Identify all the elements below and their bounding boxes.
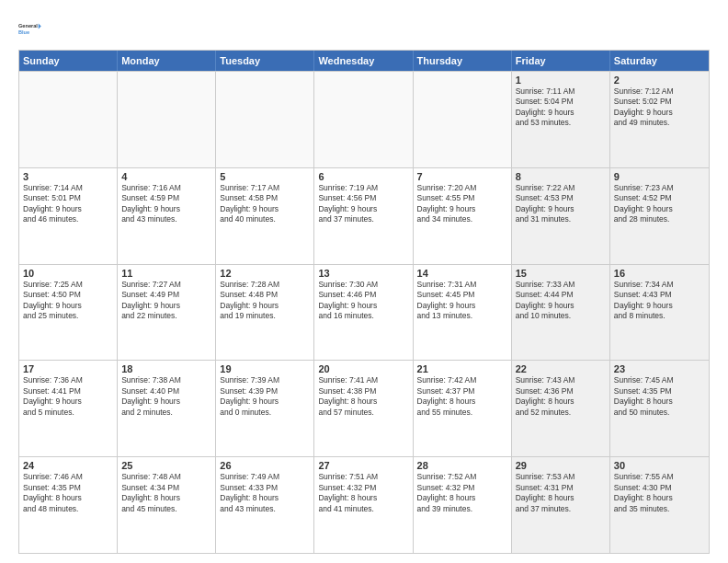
day-info: Sunrise: 7:48 AMSunset: 4:34 PMDaylight:… — [121, 472, 211, 514]
table-row: 10Sunrise: 7:25 AMSunset: 4:50 PMDayligh… — [19, 265, 118, 361]
table-row — [414, 72, 512, 167]
table-row: 8Sunrise: 7:22 AMSunset: 4:53 PMDaylight… — [512, 168, 610, 264]
day-number: 20 — [318, 363, 408, 374]
day-number: 15 — [516, 268, 606, 279]
day-info: Sunrise: 7:53 AMSunset: 4:31 PMDaylight:… — [516, 472, 606, 514]
header: GeneralBlue — [18, 15, 710, 42]
day-header-monday: Monday — [118, 51, 216, 71]
day-info: Sunrise: 7:22 AMSunset: 4:53 PMDaylight:… — [516, 183, 606, 225]
day-number: 30 — [614, 460, 705, 471]
table-row — [314, 72, 413, 167]
table-row: 9Sunrise: 7:23 AMSunset: 4:52 PMDaylight… — [610, 168, 709, 264]
table-row: 21Sunrise: 7:42 AMSunset: 4:37 PMDayligh… — [414, 361, 512, 456]
day-info: Sunrise: 7:43 AMSunset: 4:36 PMDaylight:… — [516, 375, 606, 418]
day-number: 7 — [417, 171, 507, 182]
day-number: 28 — [417, 460, 507, 471]
table-row — [118, 72, 216, 167]
table-row: 11Sunrise: 7:27 AMSunset: 4:49 PMDayligh… — [118, 265, 216, 361]
table-row: 27Sunrise: 7:51 AMSunset: 4:32 PMDayligh… — [314, 457, 413, 553]
day-number: 8 — [516, 171, 606, 182]
calendar-row-1: 3Sunrise: 7:14 AMSunset: 5:01 PMDaylight… — [19, 167, 709, 264]
table-row: 29Sunrise: 7:53 AMSunset: 4:31 PMDayligh… — [512, 457, 610, 553]
day-number: 26 — [220, 460, 310, 471]
day-number: 10 — [23, 268, 113, 279]
table-row: 22Sunrise: 7:43 AMSunset: 4:36 PMDayligh… — [512, 361, 610, 456]
day-info: Sunrise: 7:25 AMSunset: 4:50 PMDaylight:… — [23, 280, 113, 322]
table-row: 5Sunrise: 7:17 AMSunset: 4:58 PMDaylight… — [216, 168, 314, 264]
day-number: 18 — [121, 363, 211, 374]
table-row: 2Sunrise: 7:12 AMSunset: 5:02 PMDaylight… — [610, 72, 709, 167]
day-info: Sunrise: 7:55 AMSunset: 4:30 PMDaylight:… — [614, 472, 705, 514]
calendar-body: 1Sunrise: 7:11 AMSunset: 5:04 PMDaylight… — [19, 71, 709, 553]
table-row — [19, 72, 118, 167]
day-info: Sunrise: 7:27 AMSunset: 4:49 PMDaylight:… — [121, 280, 211, 322]
calendar-row-2: 10Sunrise: 7:25 AMSunset: 4:50 PMDayligh… — [19, 264, 709, 361]
day-number: 1 — [516, 75, 606, 86]
day-info: Sunrise: 7:34 AMSunset: 4:43 PMDaylight:… — [614, 280, 705, 322]
day-number: 17 — [23, 363, 113, 374]
table-row: 30Sunrise: 7:55 AMSunset: 4:30 PMDayligh… — [610, 457, 709, 553]
logo: GeneralBlue — [18, 15, 46, 42]
calendar-row-3: 17Sunrise: 7:36 AMSunset: 4:41 PMDayligh… — [19, 360, 709, 456]
calendar-row-0: 1Sunrise: 7:11 AMSunset: 5:04 PMDaylight… — [19, 71, 709, 167]
table-row: 18Sunrise: 7:38 AMSunset: 4:40 PMDayligh… — [118, 361, 216, 456]
page: GeneralBlue SundayMondayTuesdayWednesday… — [0, 0, 728, 563]
day-header-wednesday: Wednesday — [314, 51, 413, 71]
calendar: SundayMondayTuesdayWednesdayThursdayFrid… — [18, 50, 710, 554]
svg-text:General: General — [18, 23, 38, 29]
day-info: Sunrise: 7:23 AMSunset: 4:52 PMDaylight:… — [614, 183, 705, 225]
logo-icon: GeneralBlue — [18, 15, 46, 42]
calendar-header: SundayMondayTuesdayWednesdayThursdayFrid… — [19, 51, 709, 71]
table-row: 15Sunrise: 7:33 AMSunset: 4:44 PMDayligh… — [512, 265, 610, 361]
svg-marker-1 — [39, 23, 41, 29]
table-row: 23Sunrise: 7:45 AMSunset: 4:35 PMDayligh… — [610, 361, 709, 456]
day-info: Sunrise: 7:41 AMSunset: 4:38 PMDaylight:… — [318, 375, 408, 418]
day-info: Sunrise: 7:33 AMSunset: 4:44 PMDaylight:… — [516, 280, 606, 322]
day-number: 3 — [23, 171, 113, 182]
table-row: 4Sunrise: 7:16 AMSunset: 4:59 PMDaylight… — [118, 168, 216, 264]
day-info: Sunrise: 7:31 AMSunset: 4:45 PMDaylight:… — [417, 280, 507, 322]
day-info: Sunrise: 7:30 AMSunset: 4:46 PMDaylight:… — [318, 280, 408, 322]
table-row: 25Sunrise: 7:48 AMSunset: 4:34 PMDayligh… — [118, 457, 216, 553]
day-info: Sunrise: 7:17 AMSunset: 4:58 PMDaylight:… — [220, 183, 310, 225]
day-info: Sunrise: 7:45 AMSunset: 4:35 PMDaylight:… — [614, 375, 705, 418]
day-info: Sunrise: 7:42 AMSunset: 4:37 PMDaylight:… — [417, 375, 507, 418]
table-row: 26Sunrise: 7:49 AMSunset: 4:33 PMDayligh… — [216, 457, 314, 553]
day-number: 16 — [614, 268, 705, 279]
table-row: 6Sunrise: 7:19 AMSunset: 4:56 PMDaylight… — [314, 168, 413, 264]
day-header-thursday: Thursday — [414, 51, 512, 71]
day-info: Sunrise: 7:38 AMSunset: 4:40 PMDaylight:… — [121, 375, 211, 418]
day-number: 5 — [220, 171, 310, 182]
day-number: 14 — [417, 268, 507, 279]
day-number: 6 — [318, 171, 408, 182]
day-info: Sunrise: 7:20 AMSunset: 4:55 PMDaylight:… — [417, 183, 507, 225]
table-row: 16Sunrise: 7:34 AMSunset: 4:43 PMDayligh… — [610, 265, 709, 361]
day-info: Sunrise: 7:49 AMSunset: 4:33 PMDaylight:… — [220, 472, 310, 514]
day-header-tuesday: Tuesday — [216, 51, 314, 71]
day-info: Sunrise: 7:12 AMSunset: 5:02 PMDaylight:… — [614, 86, 705, 129]
day-number: 12 — [220, 268, 310, 279]
day-number: 22 — [516, 363, 606, 374]
day-number: 24 — [23, 460, 113, 471]
day-info: Sunrise: 7:19 AMSunset: 4:56 PMDaylight:… — [318, 183, 408, 225]
day-number: 9 — [614, 171, 705, 182]
day-header-friday: Friday — [512, 51, 610, 71]
day-info: Sunrise: 7:39 AMSunset: 4:39 PMDaylight:… — [220, 375, 310, 418]
day-number: 27 — [318, 460, 408, 471]
day-info: Sunrise: 7:16 AMSunset: 4:59 PMDaylight:… — [121, 183, 211, 225]
table-row: 1Sunrise: 7:11 AMSunset: 5:04 PMDaylight… — [512, 72, 610, 167]
table-row: 12Sunrise: 7:28 AMSunset: 4:48 PMDayligh… — [216, 265, 314, 361]
day-number: 21 — [417, 363, 507, 374]
table-row: 24Sunrise: 7:46 AMSunset: 4:35 PMDayligh… — [19, 457, 118, 553]
day-number: 11 — [121, 268, 211, 279]
day-number: 23 — [614, 363, 705, 374]
day-info: Sunrise: 7:14 AMSunset: 5:01 PMDaylight:… — [23, 183, 113, 225]
day-info: Sunrise: 7:36 AMSunset: 4:41 PMDaylight:… — [23, 375, 113, 418]
table-row: 3Sunrise: 7:14 AMSunset: 5:01 PMDaylight… — [19, 168, 118, 264]
table-row — [216, 72, 314, 167]
day-number: 2 — [614, 75, 705, 86]
svg-text:Blue: Blue — [18, 29, 29, 35]
day-header-sunday: Sunday — [19, 51, 118, 71]
day-info: Sunrise: 7:28 AMSunset: 4:48 PMDaylight:… — [220, 280, 310, 322]
table-row: 13Sunrise: 7:30 AMSunset: 4:46 PMDayligh… — [314, 265, 413, 361]
